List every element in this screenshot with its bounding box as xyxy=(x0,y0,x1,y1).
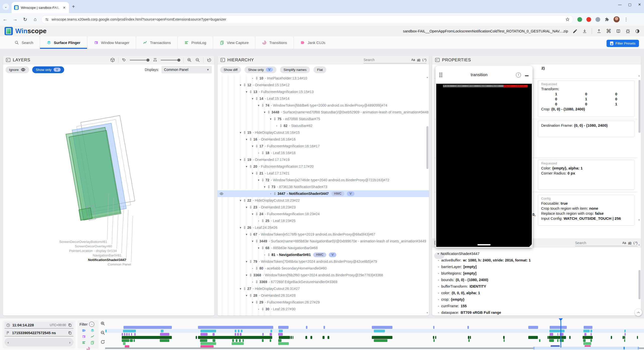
pin-icon[interactable] xyxy=(267,185,271,189)
collapse-panel-icon[interactable] xyxy=(220,57,225,63)
trace-entry-segment[interactable] xyxy=(372,336,392,339)
trace-entry-segment[interactable] xyxy=(200,330,216,332)
tab-protolog[interactable]: ProtoLog xyxy=(178,36,213,49)
pin-icon[interactable] xyxy=(243,287,247,291)
timeline-cursor[interactable] xyxy=(560,321,561,347)
layers-3d-canvas[interactable]: ScreenDecorOverlayBottom#61 ScreenDecorO… xyxy=(3,75,214,316)
pin-icon[interactable] xyxy=(279,124,283,128)
pin-icon[interactable] xyxy=(255,171,259,175)
expand-arrow-icon[interactable]: ▼ xyxy=(268,117,273,121)
trace-entry-segment[interactable] xyxy=(239,339,241,342)
info-icon[interactable]: i xyxy=(516,72,521,77)
trace-entry-segment[interactable] xyxy=(328,336,329,339)
trace-entry-segment[interactable] xyxy=(279,336,290,339)
match-case-icon[interactable]: Aa xyxy=(411,58,415,62)
timeline-zoom-out-icon[interactable] xyxy=(100,330,105,335)
pin-icon[interactable] xyxy=(243,199,247,202)
trace-entry-segment[interactable] xyxy=(129,333,130,336)
layer-label[interactable]: ScreenDecorOverlayBottom#61 xyxy=(59,240,107,244)
timeline-zoom-in-icon[interactable] xyxy=(100,321,105,326)
hierarchy-node-26[interactable]: ▼26- Leaf:24:25#26 xyxy=(218,224,429,231)
trace-entry-segment[interactable] xyxy=(433,336,434,339)
timeline-tracks[interactable] xyxy=(105,318,644,350)
zoom-out-icon[interactable] xyxy=(195,57,200,63)
leaf-bullet-icon[interactable]: ● xyxy=(250,280,255,284)
trace-entry-segment[interactable] xyxy=(569,336,571,339)
profile-avatar[interactable] xyxy=(614,16,620,22)
copy-icon[interactable] xyxy=(68,323,72,327)
pin-icon[interactable] xyxy=(255,144,259,148)
hierarchy-node-3448[interactable]: ▼3448- Surface(name=ed70f88 StatusBar)/@… xyxy=(218,109,429,116)
trace-entry-segment[interactable] xyxy=(468,336,469,339)
hierarchy-node-13[interactable]: ▼13- FullscreenMagnification:15:15#13 xyxy=(218,89,429,95)
hierarchy-scrollbar[interactable] xyxy=(426,126,428,169)
extension-red-icon[interactable] xyxy=(586,17,591,22)
protolog-trace-icon[interactable] xyxy=(82,340,86,345)
trace-entry-segment[interactable] xyxy=(305,336,307,339)
pin-icon[interactable] xyxy=(249,294,253,297)
trace-entry-segment[interactable] xyxy=(198,336,272,339)
leaf-bullet-icon[interactable]: ● xyxy=(274,123,279,128)
expand-arrow-icon[interactable]: ▼ xyxy=(244,259,249,264)
trace-entry-segment[interactable] xyxy=(241,330,243,332)
trace-entry-segment[interactable] xyxy=(624,339,625,342)
trace-entry-segment[interactable] xyxy=(243,339,244,342)
timestamp-field[interactable]: 11:04:14.228 UTC+00:00 xyxy=(5,322,73,329)
bookmark-star-icon[interactable] xyxy=(565,17,570,22)
trace-entry-segment[interactable] xyxy=(547,336,548,339)
pin-icon[interactable] xyxy=(243,131,247,135)
expand-arrow-icon[interactable]: ▼ xyxy=(436,252,441,255)
hierarchy-node-10[interactable]: ●10- ImePlaceholder:13:14#10 xyxy=(218,75,429,82)
leaf-bullet-icon[interactable]: ● xyxy=(250,266,255,271)
layer-label[interactable]: NavigationBar0#81 xyxy=(93,253,122,257)
pin-icon[interactable] xyxy=(249,90,253,94)
trace-entry-segment[interactable] xyxy=(200,339,207,342)
hierarchy-node-68[interactable]: ▼68- 885b63e NavigationBar0#68 xyxy=(218,245,429,251)
dark-mode-toggle-icon[interactable] xyxy=(635,29,640,34)
trace-entry-segment[interactable] xyxy=(291,336,292,339)
pin-icon[interactable] xyxy=(255,267,259,270)
forward-icon[interactable]: → xyxy=(10,17,20,22)
trace-entry-segment[interactable] xyxy=(131,333,132,336)
trace-entry-segment[interactable] xyxy=(270,330,272,332)
transactions-trace-icon[interactable] xyxy=(90,334,95,339)
3d-view-cube-icon[interactable] xyxy=(110,57,115,63)
trace-entry-segment[interactable] xyxy=(583,336,593,339)
hierarchy-node-19[interactable]: ▼19- OneHanded:17:17#19 xyxy=(218,156,429,163)
trace-entry-segment[interactable] xyxy=(503,336,505,339)
hierarchy-node-3447[interactable]: ●3447- NotificationShade#3447HWCV xyxy=(218,190,429,197)
leaf-bullet-icon[interactable]: ● xyxy=(256,218,261,223)
trace-entry-segment[interactable] xyxy=(240,333,242,336)
pin-icon[interactable] xyxy=(273,117,277,121)
trace-entry-segment[interactable] xyxy=(433,326,434,329)
expand-arrow-icon[interactable]: ▼ xyxy=(238,225,243,230)
trace-entry-segment[interactable] xyxy=(270,333,272,336)
show-only-v-chip[interactable]: Show only V xyxy=(245,66,276,73)
documentation-book-icon[interactable] xyxy=(616,29,621,34)
pin-icon[interactable] xyxy=(249,138,253,141)
trace-entry-segment[interactable] xyxy=(624,336,625,339)
expand-arrow-icon[interactable]: ▼ xyxy=(250,212,255,216)
trace-entry-segment[interactable] xyxy=(583,339,586,342)
hierarchy-node-27[interactable]: ▼27- HideDisplayCutout:26:31#27 xyxy=(218,285,429,292)
property-tree-scrollbar[interactable] xyxy=(638,270,640,299)
trace-entry-segment[interactable] xyxy=(124,333,125,336)
trace-entry-segment[interactable] xyxy=(528,326,538,329)
hierarchy-node-20[interactable]: ▼20- FullscreenMagnification:17:17#20 xyxy=(218,163,429,170)
previous-frame-icon[interactable]: ‹ xyxy=(8,340,9,344)
pin-icon[interactable] xyxy=(255,239,259,243)
drag-handle-icon[interactable] xyxy=(439,73,442,77)
trace-entry-segment[interactable] xyxy=(624,330,626,332)
tab-close-icon[interactable]: ✕ xyxy=(62,6,66,10)
scroll-down-icon[interactable]: ▼ xyxy=(638,219,640,221)
pin-icon[interactable] xyxy=(255,76,259,80)
trace-entry-segment[interactable] xyxy=(528,336,538,339)
expand-arrow-icon[interactable]: ▼ xyxy=(238,130,243,135)
timeline-zoom-range[interactable] xyxy=(533,347,639,349)
pin-icon[interactable] xyxy=(261,178,265,182)
expand-arrow-icon[interactable]: ▼ xyxy=(244,164,249,169)
browser-menu-icon[interactable]: ⋮ xyxy=(624,17,628,22)
resize-handle[interactable] xyxy=(529,244,533,248)
trace-entry-segment[interactable] xyxy=(637,336,638,339)
layer-spacing-icon[interactable] xyxy=(152,57,158,63)
